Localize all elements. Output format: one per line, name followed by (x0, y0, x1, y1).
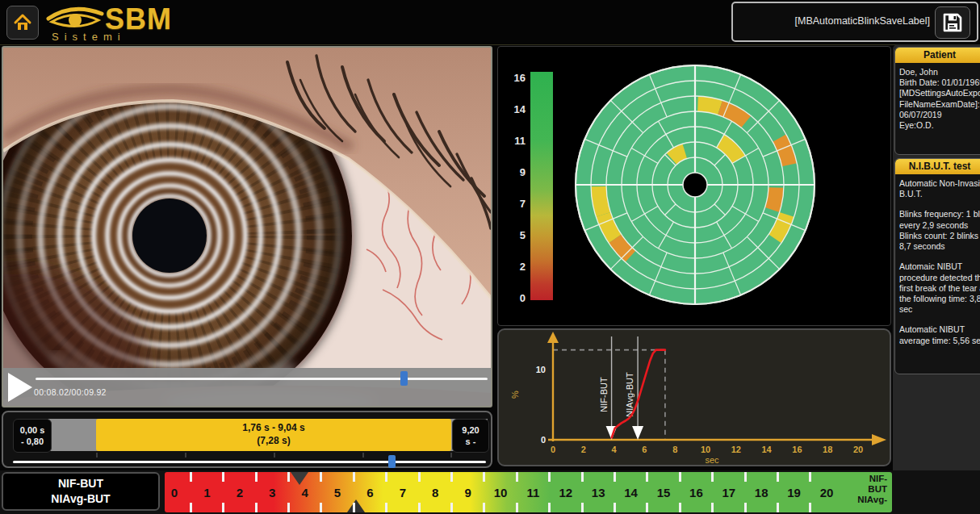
svg-text:sec: sec (705, 455, 719, 465)
colorbar-tick: 5 (498, 229, 526, 241)
range-tick (362, 453, 364, 458)
scale-number: 16 (687, 486, 705, 499)
save-label: [MBAutomaticBlinkSaveLabel] (795, 15, 930, 27)
svg-text:12: 12 (731, 445, 741, 454)
exam-eye: Eye:O.D. (899, 120, 980, 131)
colorbar-tick: 0 (498, 292, 526, 304)
scale-tick (320, 503, 322, 512)
range-selection-line1: 1,76 s - 9,04 s (96, 422, 451, 435)
range-selection-line2: (7,28 s) (96, 435, 451, 448)
video-progress-thumb[interactable] (400, 371, 408, 386)
scale-tick (516, 503, 518, 512)
range-start-box[interactable]: 0,00 s - 0,80 (13, 419, 52, 453)
scale-tick (255, 503, 258, 512)
breakup-chart-panel: 02468101214161820010sec%NIF-BUTNIAvg-BUT (497, 328, 891, 466)
pupil (132, 198, 207, 273)
nibut-paragraph: Automaic NIBUT procedure detected the fi… (899, 261, 980, 315)
patient-birthdate: Birth Date: 01/01/1969 (899, 77, 980, 88)
scale-tick (809, 503, 811, 512)
home-button[interactable] (6, 6, 39, 40)
range-end-line2: s - (453, 436, 488, 447)
nibut-exam-window: SBM Sistemi [MBAutomaticBlinkSaveLabel] (0, 0, 980, 514)
range-tick (274, 453, 275, 458)
scale-tick (711, 472, 714, 482)
info-column: Patient Doe, John Birth Date: 01/01/1969… (893, 44, 980, 514)
svg-text:14: 14 (761, 445, 772, 454)
play-button[interactable] (6, 372, 34, 403)
breakup-curve (612, 350, 665, 438)
save-panel: [MBAutomaticBlinkSaveLabel] (731, 2, 978, 42)
eye-camera-frame (3, 48, 491, 406)
nibut-header: N.I.B.U.T. test (895, 159, 980, 174)
scale-tick (287, 472, 290, 482)
scale-tick (190, 472, 192, 482)
scale-tick (385, 472, 387, 482)
sbm-logo: SBM Sistemi (42, 1, 228, 44)
scale-tick (548, 472, 551, 482)
colorbar-tick: 7 (498, 198, 526, 210)
video-progress-track[interactable] (36, 378, 488, 380)
range-end-line1: 9,20 (453, 424, 488, 436)
scale-right-label: NIF- BUT NIAvg- (857, 474, 887, 506)
range-slider-track[interactable] (13, 461, 486, 463)
save-button[interactable] (935, 6, 970, 39)
brand-subtitle: Sistemi (52, 31, 126, 43)
scale-number: 6 (361, 486, 379, 499)
scale-number: 12 (557, 486, 575, 499)
scale-tick (614, 503, 616, 512)
scale-tick (646, 503, 648, 512)
scale-tick (287, 503, 290, 512)
scale-number: 7 (394, 486, 412, 499)
nif-but-label-box: NIF-BUT NIAvg-BUT (2, 472, 160, 511)
time-range-panel: 0,00 s - 0,80 1,76 s - 9,04 s (7,28 s) 9… (2, 411, 492, 468)
nif-but-marker (291, 472, 308, 485)
range-start-line1: 0,00 s (14, 424, 51, 436)
scale-tick (418, 472, 421, 482)
top-bar: SBM Sistemi [MBAutomaticBlinkSaveLabel] (0, 0, 980, 45)
nif-but-label: NIF-BUT (3, 476, 158, 491)
svg-text:6: 6 (642, 445, 647, 454)
patient-export-label1: [MDSettingsAutoExport (899, 88, 980, 98)
niavg-but-label: NIAvg-BUT (3, 491, 158, 507)
nibut-report: Automatic Non-Invasive B.U.T. Blinks fre… (895, 174, 980, 346)
svg-text:16: 16 (792, 445, 802, 454)
range-tick (96, 453, 98, 458)
scale-right-label-line: BUT (857, 484, 887, 495)
scale-tick (222, 503, 224, 512)
svg-text:0: 0 (551, 445, 555, 454)
svg-text:10: 10 (536, 365, 546, 374)
nibut-paragraph: Blinks count: 2 blinks in 8,7 seconds (899, 231, 980, 252)
scale-number: 18 (752, 486, 770, 499)
svg-text:4: 4 (612, 445, 618, 454)
range-tick (450, 453, 452, 458)
scale-tick (614, 472, 616, 482)
colorbar-tick: 11 (498, 135, 526, 147)
scale-tick (809, 472, 811, 482)
range-tick (185, 453, 186, 458)
video-controls-bar: 00:08.02/00:09.92 (3, 368, 491, 406)
patient-name: Doe, John (899, 67, 980, 77)
svg-text:0: 0 (541, 435, 546, 445)
patient-export-label2: FileNameExamDate]: (899, 99, 980, 110)
scale-tick (255, 472, 258, 482)
exam-date: 06/07/2019 (899, 110, 980, 120)
scale-tick (450, 503, 453, 512)
scale-tick (548, 503, 551, 512)
colorbar-tick: 2 (498, 261, 526, 273)
home-icon (13, 13, 32, 32)
scale-number: 11 (524, 486, 542, 499)
scale-number: 2 (231, 486, 249, 499)
range-end-box[interactable]: 9,20 s - (452, 419, 489, 453)
tear-film-map-panel: 16141197520 (497, 46, 891, 326)
scale-tick (450, 472, 453, 482)
colorbar-tick: 16 (498, 72, 526, 84)
scale-number: 9 (459, 486, 477, 499)
range-slider-thumb[interactable] (388, 455, 396, 468)
scale-tick (777, 472, 779, 482)
colorbar-tick: 9 (498, 166, 526, 178)
chart-marker-label: NIF-BUT (599, 377, 609, 412)
breakup-percent-chart: 02468101214161820010sec%NIF-BUTNIAvg-BUT (499, 330, 890, 465)
svg-text:8: 8 (672, 445, 677, 454)
patient-details: Doe, John Birth Date: 01/01/1969 [MDSett… (895, 63, 980, 131)
range-selection-bar[interactable]: 1,76 s - 9,04 s (7,28 s) (96, 419, 451, 451)
